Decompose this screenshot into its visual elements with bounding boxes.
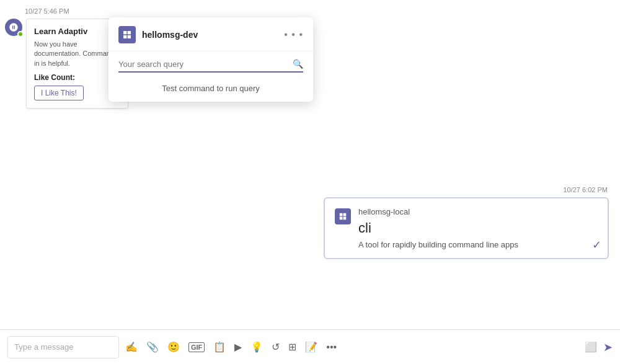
search-section: 🔍 — [108, 51, 313, 78]
search-input-wrapper: 🔍 — [118, 59, 303, 73]
popup-dots-menu[interactable]: • • • — [284, 29, 303, 40]
timestamp-top: 10/27 5:46 PM — [25, 7, 69, 15]
format-icon[interactable]: ✍ — [125, 341, 138, 353]
apps-icon[interactable]: ⊞ — [288, 341, 296, 353]
timestamp-right: 10/27 6:02 PM — [563, 186, 608, 193]
bot-card-right-icon — [335, 208, 351, 224]
screen-share-icon[interactable]: ⬜ — [585, 341, 597, 353]
bot-svg-icon — [9, 22, 19, 32]
meet-icon[interactable]: ▶ — [234, 341, 242, 353]
popup-header: hellomsg-dev • • • — [108, 17, 313, 51]
bot-card-right-desc: A tool for rapidly building command line… — [358, 240, 598, 249]
attach-icon[interactable]: 📎 — [146, 341, 159, 353]
search-icon: 🔍 — [293, 59, 303, 69]
gif-icon[interactable]: GIF — [188, 342, 205, 352]
send-icon[interactable]: ➤ — [603, 340, 613, 354]
card-check-icon: ✓ — [592, 238, 601, 252]
online-badge — [17, 31, 24, 37]
bottom-bar: Type a message ✍ 📎 🙂 GIF 📋 ▶ 💡 ↺ ⊞ 📝 •••… — [0, 329, 620, 364]
bot-card-right-title: cli — [358, 220, 598, 236]
adaptive-card-body: Now you have documentation. Commands in … — [34, 40, 120, 68]
chat-container: 10/27 5:46 PM Learn Adaptiv Now you have… — [0, 0, 620, 364]
ideas-icon[interactable]: 💡 — [250, 341, 263, 353]
bot-icon-container — [5, 19, 22, 36]
bot-card-right-name: hellomsg-local — [358, 207, 598, 216]
praise-icon[interactable]: 📝 — [305, 341, 317, 353]
popup-title: hellomsg-dev — [142, 30, 198, 40]
more-icon[interactable]: ••• — [326, 342, 337, 353]
like-button[interactable]: I Like This! — [34, 86, 84, 100]
app-grid-icon — [122, 30, 132, 40]
bot-card-right-svg — [339, 212, 347, 221]
like-count-label: Like Count: — [34, 73, 120, 82]
popup-app-icon — [118, 26, 136, 43]
emoji-icon[interactable]: 🙂 — [167, 341, 180, 353]
send-area: ⬜ ➤ — [585, 340, 613, 354]
bot-card-right-content: hellomsg-local cli A tool for rapidly bu… — [358, 207, 598, 249]
messages-area: 10/27 5:46 PM Learn Adaptiv Now you have… — [0, 0, 620, 329]
message-input-area[interactable]: Type a message — [7, 336, 119, 358]
bot-card-right: hellomsg-local cli A tool for rapidly bu… — [324, 197, 609, 259]
command-item[interactable]: Test command to run query — [108, 78, 313, 102]
command-popup: hellomsg-dev • • • 🔍 Test command to run… — [108, 17, 313, 102]
search-input[interactable] — [118, 60, 289, 69]
loop-icon[interactable]: ↺ — [272, 341, 280, 353]
message-placeholder: Type a message — [14, 342, 73, 352]
toolbar-icons: ✍ 📎 🙂 GIF 📋 ▶ 💡 ↺ ⊞ 📝 ••• — [125, 341, 585, 353]
adaptive-card-title: Learn Adaptiv — [34, 27, 120, 36]
sticker-icon[interactable]: 📋 — [213, 341, 226, 353]
